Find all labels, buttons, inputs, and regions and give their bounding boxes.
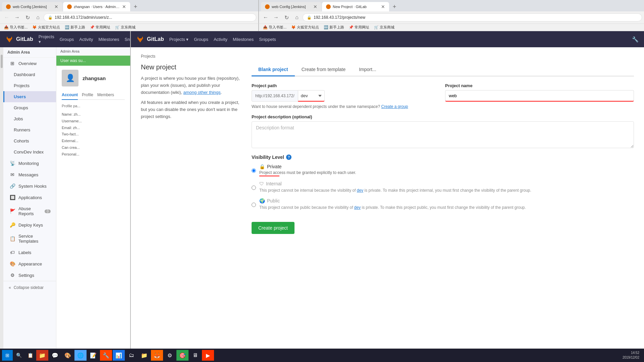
forward-button-right[interactable]: → [271, 13, 281, 22]
description-textarea[interactable] [252, 121, 634, 148]
taskbar-item-7[interactable]: 📊 [113, 350, 125, 361]
bookmark-newbie-right[interactable]: 🆕 新手上路 [322, 24, 346, 31]
new-tab-button-right[interactable]: + [390, 2, 399, 11]
gitlab-logo-left[interactable]: GitLab [5, 35, 33, 43]
bookmark-jd-left[interactable]: 🛒 京东商城 [113, 24, 138, 31]
sidebar-item-monitoring[interactable]: 📡 Monitoring [3, 158, 56, 169]
taskbar-item-6[interactable]: 🔧 [100, 350, 112, 361]
taskbar-item-13[interactable]: ▶ [202, 350, 214, 361]
nav-projects-right[interactable]: Projects ▾ [169, 37, 189, 42]
tab-close-4[interactable]: ✕ [381, 4, 385, 9]
desc-link[interactable]: among other things [183, 90, 220, 95]
taskbar-item-5[interactable]: 📝 [87, 350, 99, 361]
sidebar-item-dashboard[interactable]: Dashboard [3, 69, 56, 80]
namespace-select[interactable]: dev [298, 90, 325, 102]
bookmark-import-right[interactable]: 📥 导入书签... [261, 24, 288, 31]
tab-zhangsan[interactable]: zhangsan · Users · Admin Area ✕ [63, 2, 130, 11]
sidebar-item-service-templates[interactable]: 📋 Service Templates [3, 231, 56, 247]
refresh-button-left[interactable]: ↻ [23, 13, 32, 22]
sidebar-item-applications[interactable]: 🔲 Applications [3, 192, 56, 203]
forward-button-left[interactable]: → [12, 13, 22, 22]
sidebar-item-settings[interactable]: ⚙ Settings [3, 269, 56, 281]
profile-page-link[interactable]: Profile pa... [62, 104, 125, 108]
radio-public[interactable] [252, 199, 256, 210]
visibility-help-icon[interactable]: ? [286, 155, 291, 160]
home-button-left[interactable]: ⌂ [33, 13, 43, 22]
taskbar-item-8[interactable]: 🗂 [125, 350, 138, 361]
sidebar-item-abuse[interactable]: 🚩 Abuse Reports 0 [3, 203, 56, 219]
nav-activity-left[interactable]: Activity [79, 37, 93, 42]
create-group-link[interactable]: Create a group [381, 104, 408, 109]
bookmark-firefox-left[interactable]: 🦊 火狐官方站点 [30, 24, 62, 31]
taskbar-item-9[interactable]: 📁 [138, 350, 150, 361]
sidebar-item-groups[interactable]: Groups [3, 102, 56, 113]
back-button-left[interactable]: ← [2, 13, 11, 22]
radio-internal[interactable] [252, 182, 256, 193]
nav-groups-right[interactable]: Groups [194, 37, 208, 42]
nav-milestones-right[interactable]: Milestones [233, 37, 254, 42]
tab-jenkins-2[interactable]: web Config [Jenkins] ✕ [261, 2, 321, 11]
nav-projects-left[interactable]: Projects ▾ [39, 34, 54, 44]
nav-groups-left[interactable]: Groups [60, 37, 74, 42]
home-button-right[interactable]: ⌂ [292, 13, 302, 22]
taskbar-item-4[interactable]: 🌐 [74, 350, 87, 361]
project-name-input[interactable] [445, 90, 634, 102]
tab-import[interactable]: Import... [352, 63, 383, 76]
bookmark-firefox-right[interactable]: 🦊 火狐官方站点 [289, 24, 321, 31]
sidebar-item-jobs[interactable]: Jobs [3, 113, 56, 124]
sidebar-scroll[interactable] [0, 47, 3, 349]
tab-profile[interactable]: Profile [82, 90, 93, 99]
sidebar-item-users[interactable]: Users [3, 91, 56, 102]
taskbar-firefox[interactable]: 🦊 [151, 350, 163, 361]
taskbar-item-2[interactable]: 💬 [49, 350, 61, 361]
task-view-button[interactable]: 📋 [25, 350, 36, 361]
taskbar-item-1[interactable]: 📁 [36, 350, 48, 361]
address-bar-right[interactable]: 🔒 192.168.43.172/projects/new [303, 13, 642, 21]
bookmark-import-left[interactable]: 📥 导入书签... [2, 24, 30, 31]
sidebar-item-labels[interactable]: 🏷 Labels [3, 247, 56, 258]
nav-snippets-left[interactable]: Snippets [125, 37, 131, 42]
nav-activity-right[interactable]: Activity [214, 37, 227, 42]
bookmark-newbie-left[interactable]: 🆕 新手上路 [63, 24, 87, 31]
tab-new-project[interactable]: New Project · GitLab ✕ [322, 2, 389, 11]
bookmark-jd-right[interactable]: 🛒 京东商城 [372, 24, 396, 31]
tab-close-2[interactable]: ✕ [122, 4, 126, 9]
start-button[interactable]: ⊞ [2, 350, 13, 361]
bookmark-common-right[interactable]: 📌 常用网址 [347, 24, 371, 31]
tab-account[interactable]: Account [62, 90, 78, 100]
sidebar-item-convdev[interactable]: ConvDev Index [3, 146, 56, 158]
gitlab-logo-right[interactable]: GitLab [136, 35, 164, 43]
back-button-right[interactable]: ← [261, 13, 270, 22]
create-project-button[interactable]: Create project [252, 222, 294, 234]
tab-blank-project[interactable]: Blank project [252, 63, 295, 76]
taskbar-item-3[interactable]: 🎨 [62, 350, 74, 361]
sidebar-item-deploykeys[interactable]: 🔑 Deploy Keys [3, 219, 56, 231]
search-button[interactable]: 🔍 [13, 350, 24, 361]
refresh-button-right[interactable]: ↻ [282, 13, 291, 22]
sidebar-item-overview[interactable]: ⊞ Overview [3, 58, 56, 69]
bookmark-common-left[interactable]: 📌 常用网址 [88, 24, 112, 31]
sidebar-item-projects[interactable]: Projects [3, 80, 56, 91]
public-dev-link[interactable]: dev [354, 205, 361, 210]
tab-jenkins-1[interactable]: web Config [Jenkins] ✕ [2, 2, 62, 11]
taskbar-item-12[interactable]: 🖥 [189, 350, 201, 361]
tab-create-from-template[interactable]: Create from template [295, 63, 353, 76]
tab-members[interactable]: Members [97, 90, 114, 99]
new-tab-button-left[interactable]: + [131, 2, 140, 11]
taskbar-item-11[interactable]: 🎯 [176, 350, 189, 361]
sidebar-item-hooks[interactable]: 🔗 System Hooks [3, 180, 56, 192]
nav-snippets-right[interactable]: Snippets [259, 37, 276, 42]
address-bar-left[interactable]: 🔒 192.168.43.172/admin/users/z... [44, 13, 256, 21]
collapse-sidebar-button[interactable]: « Collapse sidebar [3, 281, 56, 294]
sidebar-item-runners[interactable]: Runners [3, 124, 56, 135]
sidebar-item-cohorts[interactable]: Cohorts [3, 135, 56, 146]
nav-milestones-left[interactable]: Milestones [98, 37, 119, 42]
tab-close-1[interactable]: ✕ [54, 4, 58, 9]
taskbar-item-10[interactable]: ⚙ [164, 350, 176, 361]
sidebar-item-appearance[interactable]: 🎨 Appearance [3, 258, 56, 269]
radio-private[interactable] [252, 165, 256, 176]
tab-close-3[interactable]: ✕ [313, 4, 317, 9]
sidebar-item-messages[interactable]: ✉ Messages [3, 169, 56, 180]
internal-dev-link[interactable]: dev [357, 188, 363, 193]
wrench-icon-right[interactable]: 🔧 [632, 36, 639, 43]
